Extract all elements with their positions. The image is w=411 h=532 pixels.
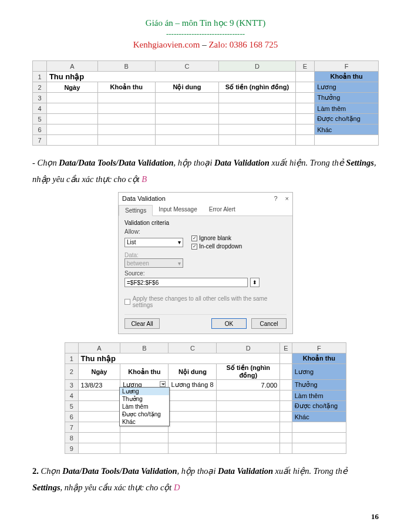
- row-header[interactable]: 8: [65, 433, 79, 443]
- cell[interactable]: [295, 82, 315, 93]
- cell[interactable]: [280, 401, 292, 412]
- hdr-ngay[interactable]: Ngày: [78, 364, 120, 380]
- col-header-B[interactable]: B: [97, 61, 155, 72]
- dropdown-option[interactable]: Thưởng: [120, 395, 169, 403]
- row-header[interactable]: 1: [33, 72, 47, 82]
- source-input[interactable]: =$F$2:$F$6: [124, 278, 248, 287]
- tab-input-message[interactable]: Input Message: [153, 204, 203, 216]
- cell-date[interactable]: 13/8/23: [78, 380, 120, 390]
- dropdown-option[interactable]: Khác: [120, 418, 169, 426]
- cell[interactable]: [78, 433, 120, 443]
- tab-settings[interactable]: Settings: [119, 205, 153, 216]
- col-header-E[interactable]: E: [295, 61, 315, 72]
- dialog-titlebar[interactable]: Data Validation ? ×: [119, 193, 292, 204]
- row-header[interactable]: 6: [33, 124, 47, 135]
- f-item[interactable]: Được cho/tặng: [292, 401, 346, 412]
- dropdown-option[interactable]: Lương: [120, 388, 169, 395]
- row-header[interactable]: 9: [65, 443, 79, 454]
- cell[interactable]: [46, 103, 97, 114]
- cell-sotien[interactable]: 7.000: [217, 380, 280, 390]
- col-header-F[interactable]: F: [292, 343, 346, 353]
- hdr-noidung[interactable]: Nội dung: [169, 364, 217, 380]
- row-header[interactable]: 6: [65, 412, 79, 422]
- f-item[interactable]: Làm thêm: [315, 103, 379, 114]
- cell-noidung[interactable]: Lương tháng 8: [169, 380, 217, 390]
- cell[interactable]: [295, 114, 315, 124]
- f-item[interactable]: Thưởng: [315, 93, 379, 103]
- cell[interactable]: [46, 135, 97, 146]
- cell[interactable]: [46, 124, 97, 135]
- cell[interactable]: [169, 443, 217, 454]
- cell[interactable]: [155, 135, 219, 146]
- col-header-C[interactable]: C: [155, 61, 219, 72]
- f-item[interactable]: Thưởng: [292, 380, 346, 390]
- col-header-B[interactable]: B: [120, 343, 169, 353]
- row-header[interactable]: 4: [33, 103, 47, 114]
- ignore-blank-checkbox[interactable]: ✓Ignore blank: [191, 235, 242, 241]
- row-header[interactable]: 3: [65, 380, 79, 390]
- cell[interactable]: [280, 422, 292, 433]
- sheet-title[interactable]: Thu nhập: [46, 72, 295, 82]
- row-header[interactable]: 5: [33, 114, 47, 124]
- cell[interactable]: [169, 433, 217, 443]
- cell[interactable]: [280, 364, 292, 380]
- hdr-noidung[interactable]: Nội dung: [155, 82, 219, 93]
- cell[interactable]: [280, 433, 292, 443]
- cell[interactable]: [217, 443, 280, 454]
- cell[interactable]: [219, 135, 295, 146]
- cell[interactable]: [295, 135, 315, 146]
- cell[interactable]: [219, 124, 295, 135]
- cell[interactable]: [295, 93, 315, 103]
- cell[interactable]: [280, 412, 292, 422]
- cell[interactable]: [97, 124, 155, 135]
- col-header-D[interactable]: D: [219, 61, 295, 72]
- help-icon[interactable]: ?: [274, 195, 277, 202]
- cell[interactable]: [169, 412, 217, 422]
- dropdown-caret-icon[interactable]: [160, 381, 166, 387]
- row-header[interactable]: 2: [65, 364, 79, 380]
- cell[interactable]: [46, 114, 97, 124]
- cell[interactable]: [280, 443, 292, 454]
- corner-cell[interactable]: [33, 61, 47, 72]
- range-picker-icon[interactable]: ⬍: [250, 278, 260, 287]
- cell[interactable]: [219, 114, 295, 124]
- row-header[interactable]: 7: [65, 422, 79, 433]
- cell[interactable]: [217, 422, 280, 433]
- cell[interactable]: [217, 390, 280, 401]
- f-item[interactable]: Được cho/tặng: [315, 114, 379, 124]
- row-header[interactable]: 3: [33, 93, 47, 103]
- hdr-khoanthu[interactable]: Khoản thu: [120, 364, 169, 380]
- cell[interactable]: [217, 412, 280, 422]
- cell[interactable]: [169, 390, 217, 401]
- cell[interactable]: [295, 124, 315, 135]
- cell[interactable]: [219, 93, 295, 103]
- dropdown-option[interactable]: Được cho/tặng: [120, 410, 169, 418]
- cell[interactable]: [78, 412, 120, 422]
- cell[interactable]: [78, 443, 120, 454]
- cell[interactable]: [155, 124, 219, 135]
- hdr-ngay[interactable]: Ngày: [46, 82, 97, 93]
- f-header[interactable]: Khoản thu: [292, 353, 346, 364]
- allow-select[interactable]: List ▾: [124, 238, 183, 247]
- hdr-sotien[interactable]: Số tiền (nghìn đồng): [219, 82, 295, 93]
- ok-button[interactable]: OK: [211, 318, 247, 329]
- row-header[interactable]: 7: [33, 135, 47, 146]
- f-item[interactable]: Làm thêm: [292, 390, 346, 401]
- incell-dropdown-checkbox[interactable]: ✓In-cell dropdown: [191, 243, 242, 250]
- cell[interactable]: [315, 135, 379, 146]
- cancel-button[interactable]: Cancel: [251, 318, 287, 329]
- cell[interactable]: [295, 72, 315, 82]
- cell[interactable]: [97, 135, 155, 146]
- row-header[interactable]: 1: [65, 353, 79, 364]
- sheet-title[interactable]: Thu nhập: [78, 353, 280, 364]
- apply-all-checkbox[interactable]: Apply these changes to all other cells w…: [124, 295, 287, 308]
- row-header[interactable]: 4: [65, 390, 79, 401]
- cell[interactable]: [46, 93, 97, 103]
- cell[interactable]: [169, 401, 217, 412]
- cell[interactable]: [295, 103, 315, 114]
- hdr-sotien[interactable]: Số tiền (nghìn đồng): [217, 364, 280, 380]
- f-item[interactable]: Lương: [315, 82, 379, 93]
- cell[interactable]: [120, 433, 169, 443]
- cell-dropdown-list[interactable]: Lương Thưởng Làm thêm Được cho/tặng Khác: [119, 387, 170, 426]
- hdr-khoanthu[interactable]: Khoản thu: [97, 82, 155, 93]
